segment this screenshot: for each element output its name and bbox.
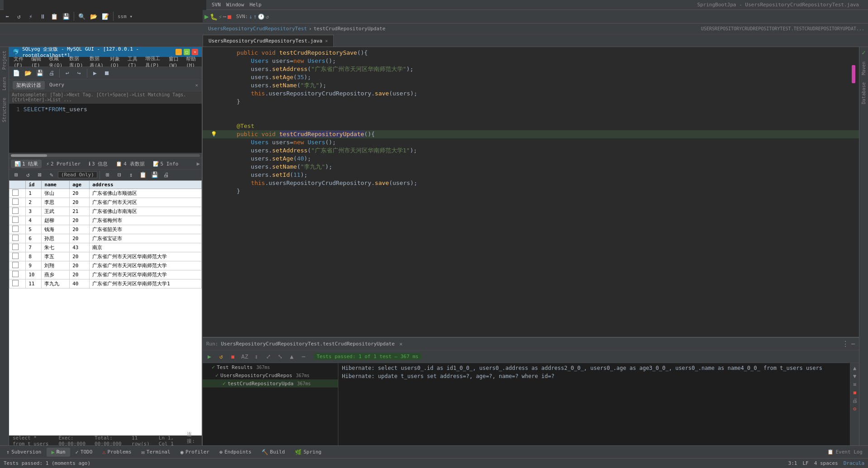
sidebar-learn[interactable]: Learn	[1, 73, 8, 94]
results-next[interactable]: ▶	[197, 161, 200, 167]
toolbar-icon-5[interactable]: 📋	[49, 11, 60, 22]
table-row[interactable]: 9刘翔20广东省广州市天河区华南师范大学	[9, 261, 202, 270]
res-btn-6[interactable]: ⊟	[114, 170, 125, 180]
db-dropdown[interactable]: ssm ▾	[116, 14, 134, 19]
sidebar-database[interactable]: Database	[860, 79, 867, 108]
toolbar-icon-8[interactable]: 📂	[88, 11, 99, 22]
run-stop-btn[interactable]: ◼	[228, 352, 238, 362]
bottom-tab-subversion[interactable]: ↑ Subversion	[2, 448, 46, 457]
menu-help[interactable]: Help	[250, 2, 262, 8]
run-collapse-btn[interactable]: ⤡	[275, 352, 285, 362]
event-log-btn[interactable]: 📋 Event Log	[824, 449, 866, 455]
svn-update[interactable]: ↓	[249, 13, 252, 20]
debug-btn[interactable]: 🐛	[210, 13, 218, 20]
table-row[interactable]: 10燕乡20广东省广州市天河区华南师范大学	[9, 270, 202, 279]
res-btn-3[interactable]: ⊠	[34, 170, 45, 180]
run-side-print[interactable]: 🖨	[852, 397, 858, 404]
sqlyog-redo[interactable]: ↪	[74, 68, 85, 79]
panel-tab-schema[interactable]: 架构设计器	[13, 81, 45, 90]
run-side-down[interactable]: ▼	[853, 373, 856, 379]
row-checkbox[interactable]	[9, 216, 26, 225]
sqlyog-new[interactable]: 📄	[11, 68, 22, 79]
run-toggle-btn[interactable]: AZ	[240, 352, 250, 362]
table-row[interactable]: 3王武21广东省佛山市南海区	[9, 207, 202, 216]
breadcrumb-class[interactable]: UsersRepositoryCrudRepositoryTest	[208, 26, 307, 32]
run-more-btn[interactable]: ⋮	[842, 340, 849, 348]
sidebar-structure[interactable]: Structure	[1, 94, 8, 126]
run-sort-btn[interactable]: ↕	[251, 352, 261, 362]
row-checkbox[interactable]	[9, 252, 26, 261]
query-editor[interactable]: 1 SELECT * FROM t_users	[9, 104, 202, 153]
menu-svn[interactable]: SVN	[212, 2, 221, 8]
sqlyog-run[interactable]: ▶	[90, 68, 100, 79]
toolbar-icon-7[interactable]: 🔍	[76, 11, 87, 22]
table-row[interactable]: 8李五20广东省广州市天河区华南师范大学	[9, 252, 202, 261]
table-row[interactable]: 5钱海20广东省韶关市	[9, 225, 202, 234]
row-checkbox[interactable]	[9, 261, 26, 270]
table-row[interactable]: 7朱七43南京	[9, 243, 202, 252]
run-more2-btn[interactable]: ⋯	[299, 352, 308, 362]
toolbar-icon-9[interactable]: 📝	[100, 11, 111, 22]
toolbar-more[interactable]: ⋯	[223, 14, 226, 20]
res-btn-5[interactable]: ⊞	[102, 170, 113, 180]
code-editor[interactable]: public void testCrudRepositorySave(){ Us…	[203, 47, 859, 337]
row-checkbox[interactable]	[9, 198, 26, 207]
tab-close-btn[interactable]: ×	[325, 38, 328, 43]
row-checkbox[interactable]	[9, 225, 26, 234]
right-check[interactable]: ✓	[860, 47, 867, 58]
row-checkbox[interactable]	[9, 279, 26, 288]
sqlyog-open[interactable]: 📂	[23, 68, 33, 79]
run-play-btn[interactable]: ▶	[204, 352, 214, 362]
svn-commit[interactable]: ↑	[253, 13, 257, 20]
run-side-red[interactable]: ◼	[853, 389, 856, 396]
svn-refresh[interactable]: ↺	[266, 14, 269, 20]
result-tab-2[interactable]: ⚡ 2 Profiler	[43, 160, 84, 168]
col-id[interactable]: id	[26, 181, 42, 189]
res-btn-8[interactable]: 📋	[138, 170, 148, 180]
toolbar-icon-2[interactable]: ↺	[14, 11, 24, 22]
col-name[interactable]: name	[42, 181, 70, 189]
bottom-tab-problems[interactable]: ⚠ Problems	[98, 448, 136, 457]
res-btn-10[interactable]: 🖨	[161, 170, 172, 180]
tree-item-results[interactable]: ✓ Test Results 367ms	[203, 363, 338, 371]
run-btn-green[interactable]: ▶	[204, 12, 209, 21]
table-row[interactable]: 6孙思20广东省宝证市	[9, 234, 202, 243]
bottom-tab-profiler[interactable]: ◉ Profiler	[176, 448, 214, 457]
panel-close[interactable]: ×	[195, 82, 198, 88]
run-side-up[interactable]: ▲	[853, 365, 856, 371]
row-checkbox[interactable]	[9, 234, 26, 243]
toolbar-icon-3[interactable]: ⚡	[25, 11, 36, 22]
result-tab-1[interactable]: 📊 1 结果	[11, 160, 42, 168]
coverage-btn[interactable]: ⚡	[218, 13, 222, 20]
sqlyog-save[interactable]: 💾	[34, 68, 45, 79]
svn-history[interactable]: 🕐	[258, 14, 265, 20]
breadcrumb-method[interactable]: testCrudRepositoryUpdate	[313, 26, 385, 32]
tree-item-method[interactable]: ✓ testCrudRepositoryUpda 367ms	[203, 379, 338, 388]
menu-window[interactable]: Window	[226, 2, 244, 8]
table-row[interactable]: 2李思20广东省广州市天河区	[9, 198, 202, 207]
bottom-tab-run[interactable]: ▶ Run	[47, 448, 70, 457]
toolbar-icon-4[interactable]: ⏸	[37, 11, 48, 22]
tree-item-repo[interactable]: ✓ UsersRepositoryCrudRepos 367ms	[203, 371, 338, 379]
sqlyog-stop[interactable]: ⏹	[101, 68, 112, 79]
res-btn-4[interactable]: ✎	[46, 170, 57, 180]
toolbar-icon-6[interactable]: 💾	[61, 11, 71, 22]
row-checkbox[interactable]	[9, 270, 26, 279]
table-row[interactable]: 11李九九40广东省广州市天河区华南师范大学1	[9, 279, 202, 288]
h-scrollbar[interactable]	[9, 153, 202, 158]
res-btn-9[interactable]: 💾	[149, 170, 160, 180]
bottom-tab-endpoints[interactable]: ⊕ Endpoints	[215, 448, 256, 457]
sidebar-project[interactable]: Project	[1, 47, 8, 73]
bottom-tab-spring[interactable]: 🌿 Spring	[290, 448, 326, 457]
row-checkbox[interactable]	[9, 243, 26, 252]
run-expand-btn[interactable]: ⤢	[263, 352, 273, 362]
res-btn-2[interactable]: ↺	[23, 170, 33, 180]
sqlyog-undo[interactable]: ↩	[62, 68, 73, 79]
sqlyog-print[interactable]: 🖨	[46, 68, 57, 79]
panel-tab-query[interactable]: Query	[46, 81, 68, 90]
run-close-x[interactable]: ×	[399, 340, 403, 347]
run-side-gear[interactable]: ⚙	[853, 406, 856, 412]
res-btn-1[interactable]: ⊞	[11, 170, 22, 180]
run-rerun-btn[interactable]: ↺	[216, 352, 226, 362]
table-row[interactable]: 4赵柳20广东省梅州市	[9, 216, 202, 225]
